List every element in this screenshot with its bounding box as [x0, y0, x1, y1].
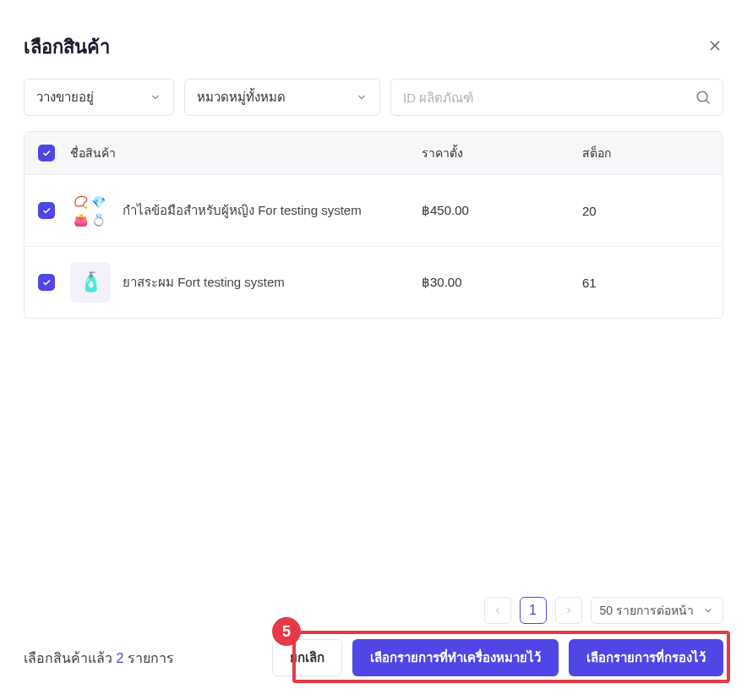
product-stock: 61	[582, 276, 709, 290]
select-all-checkbox[interactable]	[38, 145, 55, 161]
category-select-label: หมวดหมู่ทั้งหมด	[197, 87, 286, 107]
modal-footer: 1 50 รายการต่อหน้า เลือกสินค้าแล้ว 2 ราย…	[0, 585, 747, 700]
filter-bar: วางขายอยู่ หมวดหมู่ทั้งหมด	[0, 79, 747, 131]
pagination: 1 50 รายการต่อหน้า	[24, 597, 723, 624]
product-name: กำไลข้อมือสำหรับผู้หญิง For testing syst…	[123, 201, 362, 220]
select-product-modal: เลือกสินค้า วางขายอยู่ หมวดหมู่ทั้งหมด ช…	[0, 0, 747, 700]
close-icon	[706, 37, 723, 54]
cancel-button[interactable]: ยกเลิก	[272, 639, 342, 676]
row-checkbox[interactable]	[38, 274, 55, 291]
action-bar: เลือกสินค้าแล้ว 2 รายการ ยกเลิก เลือกราย…	[24, 639, 723, 676]
page-size-select[interactable]: 50 รายการต่อหน้า	[591, 597, 723, 624]
search-wrap	[390, 79, 723, 116]
modal-title: เลือกสินค้า	[24, 32, 110, 62]
row-checkbox[interactable]	[38, 202, 55, 219]
search-input[interactable]	[390, 79, 723, 116]
product-name: ยาสระผม Fort testing system	[123, 273, 285, 292]
chevron-down-icon	[356, 91, 368, 103]
chevron-down-icon	[702, 604, 714, 616]
svg-point-0	[697, 91, 707, 101]
chevron-down-icon	[150, 91, 161, 103]
col-header-stock: สต็อก	[582, 144, 709, 162]
prev-page-button[interactable]	[484, 597, 511, 624]
status-select[interactable]: วางขายอยู่	[24, 79, 174, 116]
select-marked-button[interactable]: เลือกรายการที่ทำเครื่องหมายไว้	[352, 639, 559, 676]
col-header-price: ราคาตั้ง	[422, 144, 582, 162]
select-filtered-button[interactable]: เลือกรายการที่กรองไว้	[569, 639, 723, 676]
product-thumbnail: 🧴	[70, 262, 111, 303]
table-row: 📿💎👛💍 กำไลข้อมือสำหรับผู้หญิง For testing…	[25, 174, 722, 246]
table-row: 🧴 ยาสระผม Fort testing system ฿30.00 61	[25, 246, 722, 318]
search-icon	[695, 89, 712, 106]
page-number-button[interactable]: 1	[520, 597, 547, 624]
table-header: ชื่อสินค้า ราคาตั้ง สต็อก	[25, 132, 722, 174]
modal-header: เลือกสินค้า	[0, 0, 747, 79]
product-price: ฿30.00	[422, 275, 582, 290]
page-size-label: 50 รายการต่อหน้า	[600, 601, 694, 620]
product-stock: 20	[582, 204, 709, 218]
chevron-left-icon	[493, 605, 503, 615]
product-table: ชื่อสินค้า ราคาตั้ง สต็อก 📿💎👛💍 กำไลข้อมื…	[24, 131, 723, 319]
product-price: ฿450.00	[422, 203, 582, 218]
status-select-label: วางขายอยู่	[36, 87, 94, 107]
category-select[interactable]: หมวดหมู่ทั้งหมด	[184, 79, 380, 116]
close-button[interactable]	[706, 37, 723, 57]
col-header-name: ชื่อสินค้า	[70, 144, 422, 162]
next-page-button[interactable]	[555, 597, 582, 624]
selection-summary: เลือกสินค้าแล้ว 2 รายการ	[24, 648, 174, 669]
product-thumbnail: 📿💎👛💍	[70, 190, 111, 231]
chevron-right-icon	[564, 605, 574, 615]
